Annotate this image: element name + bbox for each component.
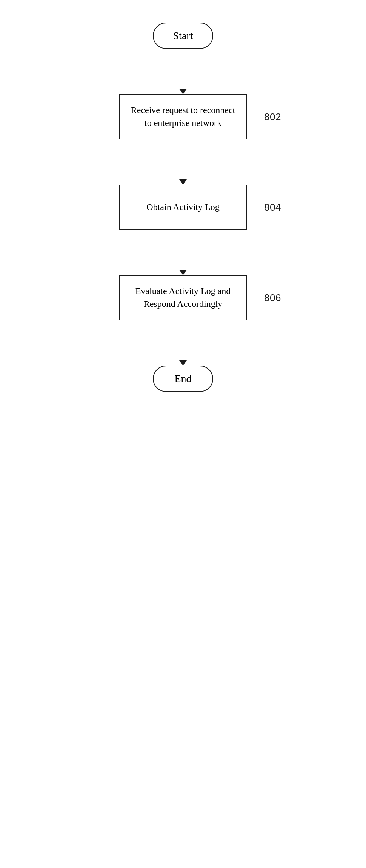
connector-3 <box>179 230 187 275</box>
step3-wrapper: Evaluate Activity Log and Respond Accord… <box>119 275 247 366</box>
arrow-1 <box>179 89 187 94</box>
end-node-wrapper: End <box>153 366 213 392</box>
step2-annotation: 804 <box>264 202 281 213</box>
step2-node: Obtain Activity Log <box>119 185 247 230</box>
step1-wrapper: Receive request to reconnect to enterpri… <box>119 94 247 185</box>
step2-label: Obtain Activity Log <box>146 201 219 214</box>
connector-1 <box>179 49 187 94</box>
flowchart: Start Receive request to reconnect to en… <box>0 0 366 868</box>
connector-line-4 <box>183 320 183 360</box>
end-node: End <box>153 366 213 392</box>
step3-node: Evaluate Activity Log and Respond Accord… <box>119 275 247 320</box>
connector-line-3 <box>183 230 183 270</box>
step2-wrapper: Obtain Activity Log 804 <box>119 185 247 275</box>
connector-2 <box>179 139 187 185</box>
step3-annotation: 806 <box>264 292 281 304</box>
step1-node: Receive request to reconnect to enterpri… <box>119 94 247 139</box>
start-label: Start <box>173 30 193 42</box>
connector-4 <box>179 320 187 366</box>
connector-line-1 <box>183 49 183 89</box>
step3-label: Evaluate Activity Log and Respond Accord… <box>127 285 239 310</box>
start-node-wrapper: Start <box>153 23 213 49</box>
arrow-3 <box>179 270 187 275</box>
start-step: Start <box>153 23 213 94</box>
step1-label: Receive request to reconnect to enterpri… <box>127 104 239 129</box>
step1-annotation: 802 <box>264 111 281 123</box>
step1-node-wrapper: Receive request to reconnect to enterpri… <box>119 94 247 139</box>
connector-line-2 <box>183 139 183 179</box>
end-label: End <box>174 373 191 385</box>
arrow-4 <box>179 360 187 366</box>
arrow-2 <box>179 179 187 185</box>
step2-node-wrapper: Obtain Activity Log 804 <box>119 185 247 230</box>
step3-node-wrapper: Evaluate Activity Log and Respond Accord… <box>119 275 247 320</box>
start-node: Start <box>153 23 213 49</box>
